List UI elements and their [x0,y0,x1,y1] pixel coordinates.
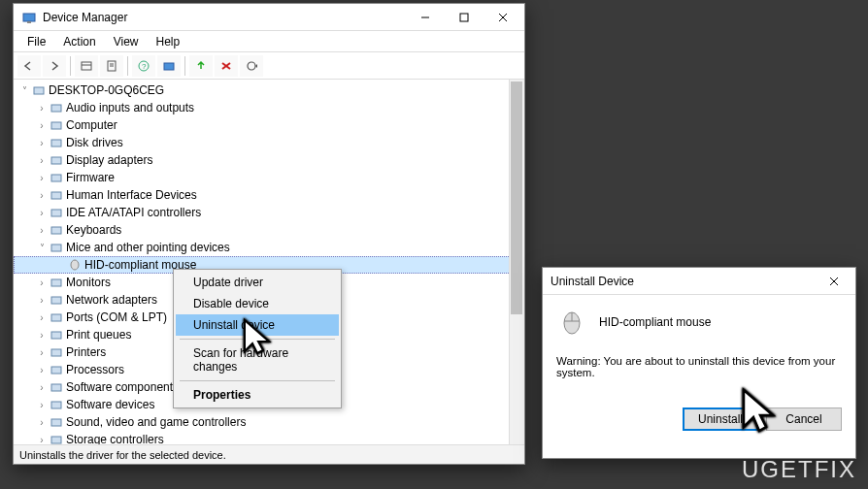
menubar: File Action View Help [14,31,524,52]
minimize-button[interactable] [406,4,445,31]
uninstall-button[interactable]: Uninstall [683,408,758,431]
tree-category[interactable]: ›Computer [14,116,524,134]
scrollbar-track[interactable] [509,80,524,444]
context-menu-item[interactable]: Uninstall device [176,314,339,336]
properties-button[interactable] [100,55,123,77]
svg-rect-37 [51,437,61,443]
svg-rect-35 [51,402,61,408]
refresh-icon[interactable] [240,55,263,77]
update-driver-icon[interactable] [189,55,213,77]
window-controls [406,4,522,31]
show-hidden-button[interactable] [75,55,98,77]
chevron-right-icon[interactable]: › [35,120,49,131]
device-category-icon [49,206,64,219]
chevron-down-icon[interactable]: ˅ [35,243,49,253]
dialog-close-button[interactable] [815,268,853,295]
tree-category[interactable]: ›Audio inputs and outputs [14,99,524,116]
chevron-down-icon[interactable]: ˅ [17,85,31,96]
tree-node-label: Sound, video and game controllers [66,415,246,429]
menu-separator [180,339,335,340]
separator [127,56,128,76]
chevron-right-icon[interactable]: › [35,155,49,166]
tree-node-label: IDE ATA/ATAPI controllers [66,206,201,219]
context-menu-item[interactable]: Disable device [176,293,339,314]
tree-category[interactable]: ›Storage controllers [14,431,524,444]
chevron-right-icon[interactable]: › [35,225,49,236]
tree-root-node[interactable]: ˅DESKTOP-0GQ6CEG [14,82,524,99]
close-button[interactable] [484,4,522,31]
tree-category[interactable]: ›Disk drives [14,134,524,151]
help-button[interactable]: ? [132,55,155,77]
menu-action[interactable]: Action [55,33,103,50]
back-button[interactable] [17,55,41,77]
tree-category[interactable]: ›IDE ATA/ATAPI controllers [14,204,524,221]
mouse-icon [556,307,587,338]
svg-rect-13 [164,63,174,70]
svg-rect-36 [51,419,61,426]
svg-rect-0 [23,14,35,21]
window-title: Device Manager [43,11,127,24]
statusbar-text: Uninstalls the driver for the selected d… [19,449,226,461]
chevron-right-icon[interactable]: › [35,365,49,375]
chevron-right-icon[interactable]: › [35,138,49,148]
chevron-right-icon[interactable]: › [35,208,49,218]
chevron-right-icon[interactable]: › [35,435,49,445]
device-category-icon [49,433,64,444]
svg-rect-1 [27,21,31,23]
chevron-right-icon[interactable]: › [35,103,49,114]
menu-help[interactable]: Help [149,33,188,50]
tree-node-label: Software components [66,380,179,394]
tree-category[interactable]: ˅Mice and other pointing devices [14,239,524,256]
tree-category[interactable]: ›Keyboards [14,221,524,239]
svg-rect-23 [51,192,61,199]
chevron-right-icon[interactable]: › [35,312,49,323]
menu-file[interactable]: File [19,33,53,50]
watermark: UGETFIX [742,456,856,483]
scan-hardware-icon[interactable] [157,55,181,77]
svg-rect-21 [51,157,61,164]
device-category-icon [49,101,64,114]
chevron-right-icon[interactable]: › [35,400,49,410]
chevron-right-icon[interactable]: › [35,190,49,201]
separator [70,56,71,76]
context-menu-item[interactable]: Scan for hardware changes [176,342,339,377]
context-menu-item[interactable]: Update driver [176,272,339,293]
menu-view[interactable]: View [106,33,147,50]
svg-text:?: ? [142,62,147,71]
uninstall-icon[interactable] [215,55,238,77]
device-category-icon [49,153,64,167]
device-category-icon [49,398,64,411]
context-menu-item[interactable]: Properties [176,384,339,406]
chevron-right-icon[interactable]: › [35,277,49,288]
titlebar[interactable]: Device Manager [14,4,524,31]
chevron-right-icon[interactable]: › [35,330,49,341]
tree-node-label: Computer [66,118,117,132]
device-category-icon [49,223,64,237]
tree-category[interactable]: ›Display adapters [14,151,524,169]
svg-rect-22 [51,175,61,181]
tree-node-label: Mice and other pointing devices [66,241,230,254]
separator [184,56,185,76]
tree-category[interactable]: ›Firmware [14,169,524,186]
device-category-icon [49,276,64,289]
chevron-right-icon[interactable]: › [35,417,49,428]
chevron-right-icon[interactable]: › [35,347,49,358]
svg-rect-6 [82,62,91,70]
app-icon [21,10,37,25]
maximize-button[interactable] [445,4,484,31]
svg-rect-17 [34,87,44,94]
device-category-icon [49,293,64,307]
chevron-right-icon[interactable]: › [35,382,49,393]
forward-button[interactable] [43,55,66,77]
dialog-warning-text: Warning: You are about to uninstall this… [556,355,842,378]
tree-category[interactable]: ›Sound, video and game controllers [14,413,524,431]
dialog-titlebar[interactable]: Uninstall Device [543,268,855,295]
scrollbar-thumb[interactable] [511,82,522,314]
tree-node-label: DESKTOP-0GQ6CEG [49,83,164,97]
svg-rect-18 [51,105,61,112]
chevron-right-icon[interactable]: › [35,295,49,306]
chevron-right-icon[interactable]: › [35,173,49,183]
cancel-button[interactable]: Cancel [766,408,842,431]
tree-category[interactable]: ›Human Interface Devices [14,186,524,204]
tree-node-label: Storage controllers [66,433,164,444]
